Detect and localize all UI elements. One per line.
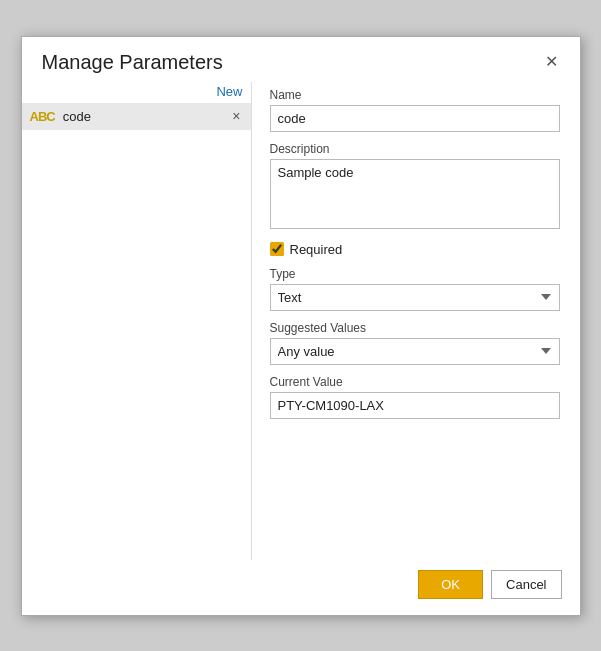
current-value-label: Current Value <box>270 375 560 389</box>
suggested-values-select[interactable]: Any value List of values <box>270 338 560 365</box>
close-button[interactable]: ✕ <box>539 52 564 72</box>
type-field-group: Type Text Number Date Date/Time Duration… <box>270 267 560 311</box>
description-input[interactable]: Sample code <box>270 159 560 229</box>
ok-button[interactable]: OK <box>418 570 483 599</box>
suggested-values-label: Suggested Values <box>270 321 560 335</box>
dialog-titlebar: Manage Parameters ✕ <box>22 37 580 82</box>
new-parameter-link[interactable]: New <box>216 84 242 99</box>
name-input[interactable] <box>270 105 560 132</box>
suggested-values-field-group: Suggested Values Any value List of value… <box>270 321 560 365</box>
param-item[interactable]: ABC code × <box>22 103 251 130</box>
current-value-field-group: Current Value <box>270 375 560 419</box>
required-label[interactable]: Required <box>290 242 343 257</box>
param-name-label: code <box>63 109 231 124</box>
description-label: Description <box>270 142 560 156</box>
left-panel-header: New <box>22 82 251 103</box>
description-field-group: Description Sample code <box>270 142 560 232</box>
name-field-group: Name <box>270 88 560 132</box>
required-row: Required <box>270 242 560 257</box>
param-delete-button[interactable]: × <box>230 109 242 123</box>
param-type-icon: ABC <box>30 109 55 124</box>
dialog-body: New ABC code × Name Description Sample c… <box>22 82 580 560</box>
manage-parameters-dialog: Manage Parameters ✕ New ABC code × Name <box>21 36 581 616</box>
dialog-footer: OK Cancel <box>22 560 580 615</box>
right-panel: Name Description Sample code Required Ty… <box>252 82 580 560</box>
required-checkbox[interactable] <box>270 242 284 256</box>
current-value-input[interactable] <box>270 392 560 419</box>
type-select[interactable]: Text Number Date Date/Time Duration True… <box>270 284 560 311</box>
dialog-title: Manage Parameters <box>42 51 223 74</box>
cancel-button[interactable]: Cancel <box>491 570 561 599</box>
type-label: Type <box>270 267 560 281</box>
left-panel: New ABC code × <box>22 82 252 560</box>
name-label: Name <box>270 88 560 102</box>
